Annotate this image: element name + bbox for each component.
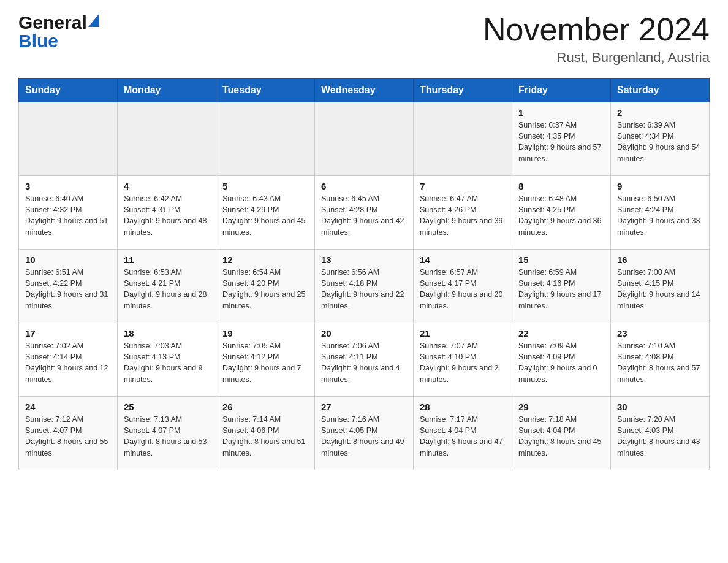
day-info: Sunrise: 7:20 AM Sunset: 4:03 PM Dayligh… xyxy=(617,414,703,459)
day-info: Sunrise: 6:39 AM Sunset: 4:34 PM Dayligh… xyxy=(617,120,703,164)
calendar-title-area: November 2024 Rust, Burgenland, Austria xyxy=(483,12,710,66)
table-row: 26Sunrise: 7:14 AM Sunset: 4:06 PM Dayli… xyxy=(216,397,315,470)
table-row: 7Sunrise: 6:47 AM Sunset: 4:26 PM Daylig… xyxy=(414,176,512,250)
table-row xyxy=(315,102,414,176)
day-info: Sunrise: 7:10 AM Sunset: 4:08 PM Dayligh… xyxy=(617,340,703,385)
day-number: 18 xyxy=(124,328,210,339)
table-row: 16Sunrise: 7:00 AM Sunset: 4:15 PM Dayli… xyxy=(611,250,710,323)
day-number: 7 xyxy=(420,181,506,191)
table-row: 17Sunrise: 7:02 AM Sunset: 4:14 PM Dayli… xyxy=(19,323,118,397)
day-info: Sunrise: 7:05 AM Sunset: 4:12 PM Dayligh… xyxy=(222,340,308,385)
calendar-title: November 2024 xyxy=(483,12,710,47)
logo: General Blue xyxy=(18,12,99,52)
table-row: 22Sunrise: 7:09 AM Sunset: 4:09 PM Dayli… xyxy=(512,323,611,397)
logo-triangle-icon xyxy=(88,13,99,27)
day-number: 24 xyxy=(25,402,111,412)
day-number: 23 xyxy=(617,328,703,339)
day-info: Sunrise: 6:37 AM Sunset: 4:35 PM Dayligh… xyxy=(518,120,604,164)
table-row: 29Sunrise: 7:18 AM Sunset: 4:04 PM Dayli… xyxy=(512,397,611,470)
day-number: 28 xyxy=(420,402,506,412)
table-row: 2Sunrise: 6:39 AM Sunset: 4:34 PM Daylig… xyxy=(611,102,710,176)
day-number: 9 xyxy=(617,181,703,191)
day-number: 30 xyxy=(617,402,703,412)
table-row: 20Sunrise: 7:06 AM Sunset: 4:11 PM Dayli… xyxy=(315,323,414,397)
day-number: 1 xyxy=(518,107,604,118)
day-number: 10 xyxy=(25,255,111,265)
header-wednesday: Wednesday xyxy=(315,79,414,102)
calendar-subtitle: Rust, Burgenland, Austria xyxy=(483,50,710,66)
day-info: Sunrise: 6:56 AM Sunset: 4:18 PM Dayligh… xyxy=(321,267,407,312)
day-number: 3 xyxy=(25,181,111,191)
day-number: 26 xyxy=(222,402,308,412)
day-number: 15 xyxy=(518,255,604,265)
day-info: Sunrise: 7:00 AM Sunset: 4:15 PM Dayligh… xyxy=(617,267,703,312)
day-info: Sunrise: 7:16 AM Sunset: 4:05 PM Dayligh… xyxy=(321,414,407,459)
day-info: Sunrise: 6:42 AM Sunset: 4:31 PM Dayligh… xyxy=(124,193,210,238)
header-thursday: Thursday xyxy=(414,79,512,102)
table-row: 28Sunrise: 7:17 AM Sunset: 4:04 PM Dayli… xyxy=(414,397,512,470)
logo-general-text: General xyxy=(18,12,87,33)
table-row xyxy=(414,102,512,176)
day-info: Sunrise: 7:07 AM Sunset: 4:10 PM Dayligh… xyxy=(420,340,506,385)
table-row: 10Sunrise: 6:51 AM Sunset: 4:22 PM Dayli… xyxy=(19,250,118,323)
day-info: Sunrise: 6:50 AM Sunset: 4:24 PM Dayligh… xyxy=(617,193,703,238)
table-row: 18Sunrise: 7:03 AM Sunset: 4:13 PM Dayli… xyxy=(118,323,216,397)
table-row: 6Sunrise: 6:45 AM Sunset: 4:28 PM Daylig… xyxy=(315,176,414,250)
calendar-table: Sunday Monday Tuesday Wednesday Thursday… xyxy=(18,78,710,470)
table-row xyxy=(216,102,315,176)
header-tuesday: Tuesday xyxy=(216,79,315,102)
day-number: 16 xyxy=(617,255,703,265)
table-row: 30Sunrise: 7:20 AM Sunset: 4:03 PM Dayli… xyxy=(611,397,710,470)
day-number: 13 xyxy=(321,255,407,265)
day-info: Sunrise: 7:03 AM Sunset: 4:13 PM Dayligh… xyxy=(124,340,210,385)
table-row: 1Sunrise: 6:37 AM Sunset: 4:35 PM Daylig… xyxy=(512,102,611,176)
calendar-week-row: 3Sunrise: 6:40 AM Sunset: 4:32 PM Daylig… xyxy=(19,176,710,250)
table-row: 12Sunrise: 6:54 AM Sunset: 4:20 PM Dayli… xyxy=(216,250,315,323)
table-row: 3Sunrise: 6:40 AM Sunset: 4:32 PM Daylig… xyxy=(19,176,118,250)
table-row: 8Sunrise: 6:48 AM Sunset: 4:25 PM Daylig… xyxy=(512,176,611,250)
page-header: General Blue November 2024 Rust, Burgenl… xyxy=(18,12,710,66)
table-row: 9Sunrise: 6:50 AM Sunset: 4:24 PM Daylig… xyxy=(611,176,710,250)
table-row: 27Sunrise: 7:16 AM Sunset: 4:05 PM Dayli… xyxy=(315,397,414,470)
table-row: 13Sunrise: 6:56 AM Sunset: 4:18 PM Dayli… xyxy=(315,250,414,323)
day-info: Sunrise: 6:54 AM Sunset: 4:20 PM Dayligh… xyxy=(222,267,308,312)
table-row: 19Sunrise: 7:05 AM Sunset: 4:12 PM Dayli… xyxy=(216,323,315,397)
calendar-week-row: 24Sunrise: 7:12 AM Sunset: 4:07 PM Dayli… xyxy=(19,397,710,470)
day-info: Sunrise: 6:47 AM Sunset: 4:26 PM Dayligh… xyxy=(420,193,506,238)
table-row xyxy=(118,102,216,176)
table-row: 5Sunrise: 6:43 AM Sunset: 4:29 PM Daylig… xyxy=(216,176,315,250)
day-info: Sunrise: 6:57 AM Sunset: 4:17 PM Dayligh… xyxy=(420,267,506,312)
day-number: 11 xyxy=(124,255,210,265)
day-number: 4 xyxy=(124,181,210,191)
day-number: 5 xyxy=(222,181,308,191)
day-info: Sunrise: 7:18 AM Sunset: 4:04 PM Dayligh… xyxy=(518,414,604,459)
day-number: 29 xyxy=(518,402,604,412)
day-info: Sunrise: 6:51 AM Sunset: 4:22 PM Dayligh… xyxy=(25,267,111,312)
day-number: 12 xyxy=(222,255,308,265)
day-number: 21 xyxy=(420,328,506,339)
day-info: Sunrise: 6:48 AM Sunset: 4:25 PM Dayligh… xyxy=(518,193,604,238)
day-number: 6 xyxy=(321,181,407,191)
logo-blue-text: Blue xyxy=(18,31,58,52)
day-number: 17 xyxy=(25,328,111,339)
day-number: 22 xyxy=(518,328,604,339)
header-saturday: Saturday xyxy=(611,79,710,102)
day-info: Sunrise: 6:53 AM Sunset: 4:21 PM Dayligh… xyxy=(124,267,210,312)
table-row: 21Sunrise: 7:07 AM Sunset: 4:10 PM Dayli… xyxy=(414,323,512,397)
table-row xyxy=(19,102,118,176)
day-info: Sunrise: 6:59 AM Sunset: 4:16 PM Dayligh… xyxy=(518,267,604,312)
day-number: 20 xyxy=(321,328,407,339)
table-row: 14Sunrise: 6:57 AM Sunset: 4:17 PM Dayli… xyxy=(414,250,512,323)
day-info: Sunrise: 7:14 AM Sunset: 4:06 PM Dayligh… xyxy=(222,414,308,459)
header-friday: Friday xyxy=(512,79,611,102)
day-info: Sunrise: 6:43 AM Sunset: 4:29 PM Dayligh… xyxy=(222,193,308,238)
day-info: Sunrise: 7:02 AM Sunset: 4:14 PM Dayligh… xyxy=(25,340,111,385)
day-number: 14 xyxy=(420,255,506,265)
day-number: 2 xyxy=(617,107,703,118)
table-row: 15Sunrise: 6:59 AM Sunset: 4:16 PM Dayli… xyxy=(512,250,611,323)
day-info: Sunrise: 6:40 AM Sunset: 4:32 PM Dayligh… xyxy=(25,193,111,238)
header-sunday: Sunday xyxy=(19,79,118,102)
day-info: Sunrise: 7:17 AM Sunset: 4:04 PM Dayligh… xyxy=(420,414,506,459)
day-info: Sunrise: 6:45 AM Sunset: 4:28 PM Dayligh… xyxy=(321,193,407,238)
calendar-week-row: 17Sunrise: 7:02 AM Sunset: 4:14 PM Dayli… xyxy=(19,323,710,397)
